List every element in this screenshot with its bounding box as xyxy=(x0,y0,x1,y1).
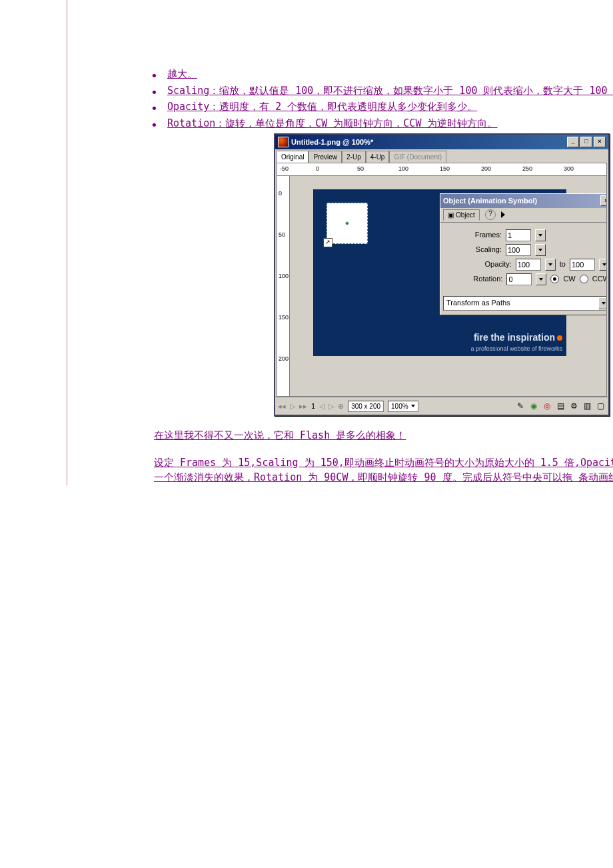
rotation-dropdown-button[interactable] xyxy=(536,273,546,285)
animation-symbol[interactable]: ↗ xyxy=(326,203,368,244)
ruler-tick: -50 xyxy=(280,165,289,174)
canvas-size-field[interactable]: 300 x 200 xyxy=(348,401,384,412)
export-wizard-button[interactable]: ⊕ xyxy=(338,401,344,412)
panel-close-button[interactable]: × xyxy=(600,195,607,206)
ccw-label: CCW xyxy=(592,273,607,285)
panel-tabbar: ▣ Object ? xyxy=(440,208,607,223)
object-tab-icon: ▣ xyxy=(448,210,454,220)
object-tab-label: Object xyxy=(456,210,475,220)
cw-radio[interactable] xyxy=(550,275,559,283)
bullet-term: Scaling： xyxy=(167,85,219,97)
ruler-tick: 150 xyxy=(440,165,450,174)
chevron-down-icon xyxy=(538,249,542,251)
tab-2up[interactable]: 2-Up xyxy=(342,151,366,163)
layers-icon[interactable]: ▤ xyxy=(555,401,566,411)
opacity-to-input[interactable]: 100 xyxy=(570,259,595,271)
document-page: 越大。 Scaling：缩放，默认值是 100，即不进行缩放，如果数字小于 10… xyxy=(67,0,613,485)
bullet-item: 越大。 xyxy=(167,67,613,82)
prev-frame-button[interactable]: ◁ xyxy=(319,401,324,412)
chevron-down-icon xyxy=(548,263,552,266)
frame-number: 1 xyxy=(311,401,315,412)
next-frame-button[interactable]: ▷ xyxy=(328,401,334,412)
panel-body: Frames: 1 Scaling: 100 xyxy=(440,223,607,292)
branding-text: fire the inspiration a professional webs… xyxy=(470,331,562,354)
ruler-horizontal: -50 0 50 100 150 200 250 300 xyxy=(277,163,607,176)
bullet-item: Rotation：旋转，单位是角度，CW 为顺时钟方向，CCW 为逆时钟方向。 xyxy=(167,116,613,131)
last-frame-button[interactable]: ▸▸ xyxy=(299,401,307,412)
ccw-radio[interactable] xyxy=(580,275,588,283)
ruler-tick: 300 xyxy=(564,165,574,174)
status-bar: ◂◂ ▷ ▸▸ 1 ◁ ▷ ⊕ 300 x 200 100% ✎ ◉ ◎ ▤ ⚙ xyxy=(275,397,608,415)
object-tab[interactable]: ▣ Object xyxy=(443,209,480,221)
canvas-area: ↗ fire the inspiration a professional we… xyxy=(290,176,607,397)
object-panel: Object (Animation Symbol) × ▣ Object ? xyxy=(440,193,607,315)
minimize-button[interactable]: _ xyxy=(567,137,579,147)
transform-dropdown[interactable]: Transform as Paths xyxy=(443,296,607,311)
bullet-item: Scaling：缩放，默认值是 100，即不进行缩放，如果数字小于 100 则代… xyxy=(167,83,613,99)
panel-titlebar[interactable]: Object (Animation Symbol) × xyxy=(440,194,607,208)
tab-4up[interactable]: 4-Up xyxy=(366,151,390,163)
book-icon[interactable]: ▥ xyxy=(582,401,592,411)
world-icon[interactable]: ◉ xyxy=(528,401,539,411)
symbol-center-icon xyxy=(345,221,349,225)
ruler-tick: 0 xyxy=(316,165,319,174)
bullet-desc: 透明度，有 2 个数值，即代表透明度从多少变化到多少。 xyxy=(219,101,477,113)
pencil-icon[interactable]: ✎ xyxy=(515,401,526,411)
ruler-tick: 150 xyxy=(279,313,289,323)
bullet-desc: 旋转，单位是角度，CW 为顺时钟方向，CCW 为逆时钟方向。 xyxy=(225,117,497,129)
first-frame-button[interactable]: ◂◂ xyxy=(278,401,286,412)
panel-menu-icon[interactable] xyxy=(501,211,505,218)
bullet-item: Opacity：透明度，有 2 个数值，即代表透明度从多少变化到多少。 xyxy=(167,99,613,115)
bullet-term: Rotation： xyxy=(167,117,225,129)
panel-title-text: Object (Animation Symbol) xyxy=(443,195,537,207)
scaling-input[interactable]: 100 xyxy=(506,244,531,256)
paragraph: 设定 Frames 为 15,Scaling 为 150,即动画终止时动画符号的… xyxy=(154,455,613,485)
ruler-tick: 50 xyxy=(357,165,364,174)
opacity-from-dropdown-button[interactable] xyxy=(545,259,556,271)
page-icon[interactable]: ▢ xyxy=(595,401,606,411)
scaling-dropdown-button[interactable] xyxy=(535,244,546,256)
frames-dropdown-button[interactable] xyxy=(535,229,546,241)
status-tool-icons: ✎ ◉ ◎ ▤ ⚙ ▥ ▢ xyxy=(515,401,606,411)
chevron-down-icon xyxy=(602,263,606,266)
bullet-desc: 缩放，默认值是 100，即不进行缩放，如果数字小于 100 则代表缩小，数字大于… xyxy=(219,85,613,97)
paragraph: 在这里我不得不又一次说，它和 Flash 是多么的相象！ xyxy=(154,428,613,443)
bullet-list: 越大。 Scaling：缩放，默认值是 100，即不进行缩放，如果数字小于 10… xyxy=(147,67,613,131)
rotation-label: Rotation: xyxy=(466,273,502,285)
opacity-from-input[interactable]: 100 xyxy=(516,259,541,271)
view-tabs: Original Preview 2-Up 4-Up GIF (Document… xyxy=(275,149,608,163)
scaling-label: Scaling: xyxy=(465,244,502,255)
opacity-to-dropdown-button[interactable] xyxy=(599,259,607,271)
chevron-down-icon xyxy=(539,278,543,281)
effects-icon[interactable]: ⚙ xyxy=(568,401,579,411)
chevron-down-icon xyxy=(538,234,542,237)
maximize-button[interactable]: □ xyxy=(580,137,592,147)
frames-input[interactable]: 1 xyxy=(506,229,531,241)
ruler-vertical: 0 50 100 150 200 xyxy=(277,176,290,397)
tab-gif-doc: GIF (Document) xyxy=(389,151,446,163)
app-window: Untitled-1.png @ 100%* _ □ × Original Pr… xyxy=(274,133,610,416)
window-title: Untitled-1.png @ 100%* xyxy=(291,137,373,148)
embedded-screenshot: Untitled-1.png @ 100%* _ □ × Original Pr… xyxy=(274,133,613,416)
transform-dropdown-button[interactable] xyxy=(598,297,607,309)
ruler-tick: 200 xyxy=(279,355,289,364)
play-button[interactable]: ▷ xyxy=(290,401,295,412)
zoom-value: 100% xyxy=(391,401,408,411)
ruler-tick: 100 xyxy=(398,165,408,174)
ruler-tick: 100 xyxy=(279,272,289,281)
titlebar: Untitled-1.png @ 100%* _ □ × xyxy=(275,135,608,149)
bullet-term: Opacity： xyxy=(167,101,219,113)
tab-original[interactable]: Original xyxy=(277,151,308,163)
branding-line1: fire the inspiration xyxy=(474,332,555,343)
symbol-arrow-icon: ↗ xyxy=(323,238,332,247)
opacity-label: Opacity: xyxy=(475,259,512,270)
help-icon[interactable]: ? xyxy=(485,209,496,220)
close-button[interactable]: × xyxy=(594,137,606,147)
tab-preview[interactable]: Preview xyxy=(308,151,342,163)
zoom-field[interactable]: 100% xyxy=(388,401,418,412)
branding-line2: a professional website of fireworks xyxy=(470,345,562,354)
bullet-text: 越大。 xyxy=(167,68,197,80)
chevron-down-icon xyxy=(602,302,606,305)
target-icon[interactable]: ◎ xyxy=(542,401,552,411)
rotation-input[interactable]: 0 xyxy=(506,273,532,285)
